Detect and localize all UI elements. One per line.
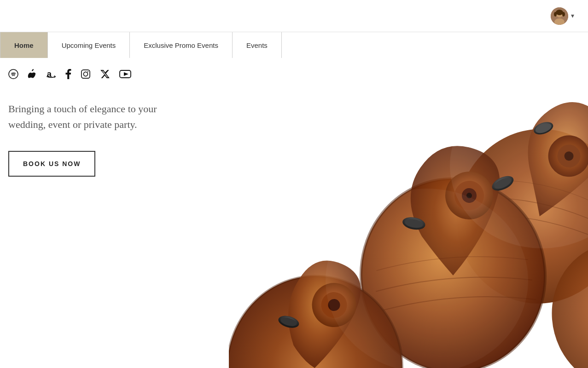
nav-item-home[interactable]: Home <box>0 32 48 58</box>
svg-point-9 <box>83 72 87 76</box>
main-nav: Home Upcoming Events Exclusive Promo Eve… <box>0 32 588 58</box>
nav-item-upcoming-events[interactable]: Upcoming Events <box>48 32 130 58</box>
apple-icon[interactable] <box>28 69 37 79</box>
svg-point-43 <box>326 189 528 368</box>
nav-item-exclusive-promo[interactable]: Exclusive Promo Events <box>130 32 233 58</box>
svg-rect-8 <box>82 70 90 78</box>
book-now-button[interactable]: BOOK US NOW <box>8 151 95 177</box>
svg-point-3 <box>556 10 563 15</box>
svg-point-5 <box>562 12 565 17</box>
svg-marker-12 <box>124 72 128 76</box>
youtube-icon[interactable] <box>119 70 131 78</box>
nav-item-events[interactable]: Events <box>233 32 282 58</box>
facebook-icon[interactable] <box>65 69 71 79</box>
hero-tagline: Bringing a touch of elegance to your wed… <box>8 101 192 132</box>
instagram-icon[interactable] <box>81 69 91 79</box>
top-bar: ▾ <box>0 0 588 32</box>
spotify-icon[interactable] <box>8 69 18 79</box>
hero-image <box>229 74 588 368</box>
social-bar: a <box>8 69 131 79</box>
chevron-down-icon: ▾ <box>571 12 574 20</box>
avatar <box>551 7 568 25</box>
amazon-icon[interactable]: a <box>46 69 56 79</box>
svg-point-4 <box>554 12 557 17</box>
user-menu[interactable]: ▾ <box>551 7 574 25</box>
svg-point-10 <box>87 71 88 72</box>
twitter-icon[interactable] <box>100 69 110 79</box>
hero-section: Bringing a touch of elegance to your wed… <box>8 101 192 177</box>
